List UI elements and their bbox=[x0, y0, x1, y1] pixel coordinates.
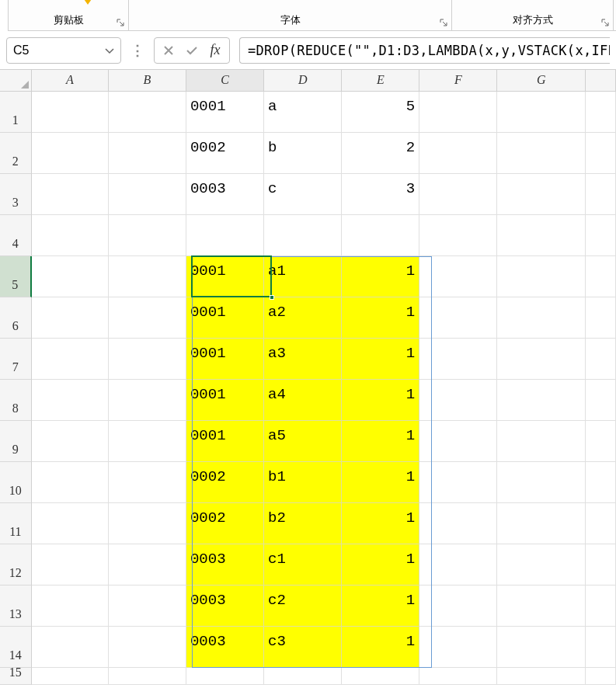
cell[interactable] bbox=[186, 215, 264, 256]
row-header[interactable]: 5 bbox=[0, 256, 32, 297]
cell[interactable] bbox=[419, 421, 497, 462]
cell[interactable] bbox=[497, 421, 586, 462]
cell[interactable] bbox=[109, 544, 186, 586]
cell[interactable] bbox=[32, 380, 109, 421]
col-header-D[interactable]: D bbox=[264, 70, 342, 92]
cell[interactable]: a1 bbox=[264, 256, 342, 297]
cell[interactable] bbox=[497, 256, 586, 297]
cell[interactable] bbox=[586, 668, 616, 685]
cell[interactable] bbox=[32, 421, 109, 462]
cell[interactable]: 0003 bbox=[186, 174, 264, 215]
cell[interactable] bbox=[586, 174, 616, 215]
cell[interactable] bbox=[109, 133, 186, 174]
row-header[interactable]: 8 bbox=[0, 380, 32, 421]
cell[interactable]: 0001 bbox=[186, 92, 264, 133]
accept-formula-icon[interactable] bbox=[184, 43, 200, 58]
cell[interactable]: 1 bbox=[342, 339, 419, 380]
cell[interactable]: 5 bbox=[342, 92, 419, 133]
row-header[interactable]: 10 bbox=[0, 462, 32, 503]
cell[interactable]: 1 bbox=[342, 544, 419, 586]
cell[interactable] bbox=[586, 544, 616, 586]
name-box[interactable]: C5 bbox=[6, 37, 121, 64]
row-header[interactable]: 13 bbox=[0, 586, 32, 627]
cell[interactable] bbox=[419, 627, 497, 668]
cell[interactable]: 0003 bbox=[186, 627, 264, 668]
cell[interactable] bbox=[186, 668, 264, 685]
cell[interactable]: 1 bbox=[342, 503, 419, 544]
col-header-C[interactable]: C bbox=[186, 70, 264, 92]
row-header[interactable]: 6 bbox=[0, 297, 32, 339]
cancel-formula-icon[interactable] bbox=[161, 43, 176, 58]
cell[interactable]: 1 bbox=[342, 421, 419, 462]
cell[interactable] bbox=[109, 586, 186, 627]
cell[interactable] bbox=[32, 133, 109, 174]
cell[interactable] bbox=[497, 339, 586, 380]
cell[interactable]: a5 bbox=[264, 421, 342, 462]
cell[interactable]: 1 bbox=[342, 586, 419, 627]
row-header[interactable]: 14 bbox=[0, 627, 32, 668]
cell[interactable] bbox=[497, 215, 586, 256]
cell[interactable] bbox=[32, 503, 109, 544]
row-header[interactable]: 11 bbox=[0, 503, 32, 544]
cell[interactable] bbox=[497, 380, 586, 421]
cell[interactable] bbox=[32, 256, 109, 297]
cell[interactable] bbox=[109, 174, 186, 215]
cell[interactable] bbox=[419, 668, 497, 685]
cell[interactable]: 0002 bbox=[186, 462, 264, 503]
cell[interactable] bbox=[497, 462, 586, 503]
cell[interactable]: c3 bbox=[264, 627, 342, 668]
cell[interactable] bbox=[32, 174, 109, 215]
dialog-launcher-icon[interactable] bbox=[439, 18, 448, 27]
cell[interactable] bbox=[497, 544, 586, 586]
cell[interactable]: c2 bbox=[264, 586, 342, 627]
cell[interactable] bbox=[32, 544, 109, 586]
cell[interactable] bbox=[419, 215, 497, 256]
cell[interactable] bbox=[109, 462, 186, 503]
col-header-E[interactable]: E bbox=[342, 70, 419, 92]
col-header-B[interactable]: B bbox=[109, 70, 186, 92]
cell[interactable] bbox=[32, 462, 109, 503]
cell[interactable] bbox=[586, 380, 616, 421]
cell[interactable]: b2 bbox=[264, 503, 342, 544]
cell[interactable] bbox=[497, 668, 586, 685]
row-header[interactable]: 1 bbox=[0, 92, 32, 133]
cell[interactable]: 0002 bbox=[186, 503, 264, 544]
cell[interactable] bbox=[497, 174, 586, 215]
cell[interactable] bbox=[342, 215, 419, 256]
cell[interactable] bbox=[586, 297, 616, 339]
cell[interactable] bbox=[586, 92, 616, 133]
cell[interactable] bbox=[109, 256, 186, 297]
chevron-down-icon[interactable] bbox=[105, 43, 114, 57]
cell[interactable] bbox=[419, 133, 497, 174]
cell[interactable]: 0001 bbox=[186, 256, 264, 297]
cell[interactable] bbox=[32, 215, 109, 256]
cell[interactable]: 1 bbox=[342, 297, 419, 339]
insert-function-icon[interactable]: fx bbox=[207, 43, 223, 58]
cell[interactable] bbox=[497, 133, 586, 174]
cell[interactable] bbox=[586, 133, 616, 174]
cell[interactable] bbox=[586, 503, 616, 544]
cell[interactable] bbox=[109, 92, 186, 133]
cell[interactable]: a4 bbox=[264, 380, 342, 421]
cell[interactable] bbox=[419, 380, 497, 421]
cell[interactable] bbox=[109, 339, 186, 380]
cell[interactable] bbox=[32, 92, 109, 133]
cell[interactable] bbox=[419, 339, 497, 380]
cell[interactable] bbox=[32, 586, 109, 627]
cell[interactable] bbox=[419, 462, 497, 503]
cell[interactable] bbox=[497, 297, 586, 339]
cell[interactable]: 0002 bbox=[186, 133, 264, 174]
cell[interactable] bbox=[586, 256, 616, 297]
select-all-corner[interactable] bbox=[0, 70, 32, 92]
cell[interactable] bbox=[497, 503, 586, 544]
cell[interactable]: 0003 bbox=[186, 544, 264, 586]
row-header[interactable]: 4 bbox=[0, 215, 32, 256]
cell[interactable] bbox=[419, 297, 497, 339]
cell[interactable]: 1 bbox=[342, 380, 419, 421]
row-header[interactable]: 9 bbox=[0, 421, 32, 462]
cell[interactable] bbox=[586, 462, 616, 503]
cell[interactable] bbox=[32, 297, 109, 339]
cell[interactable] bbox=[109, 297, 186, 339]
cell[interactable] bbox=[419, 174, 497, 215]
cell[interactable] bbox=[586, 215, 616, 256]
